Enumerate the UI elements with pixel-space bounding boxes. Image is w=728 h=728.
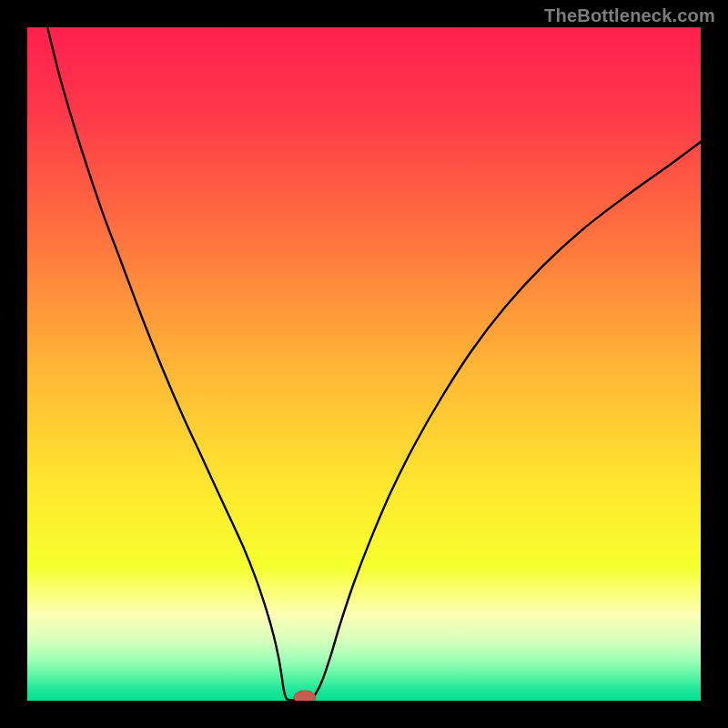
chart-svg	[27, 27, 701, 701]
watermark-text: TheBottleneck.com	[544, 5, 715, 26]
chart-root: TheBottleneck.com	[0, 0, 728, 728]
chart-background	[27, 27, 701, 701]
marker-point	[294, 691, 316, 701]
plot-frame	[27, 27, 701, 701]
